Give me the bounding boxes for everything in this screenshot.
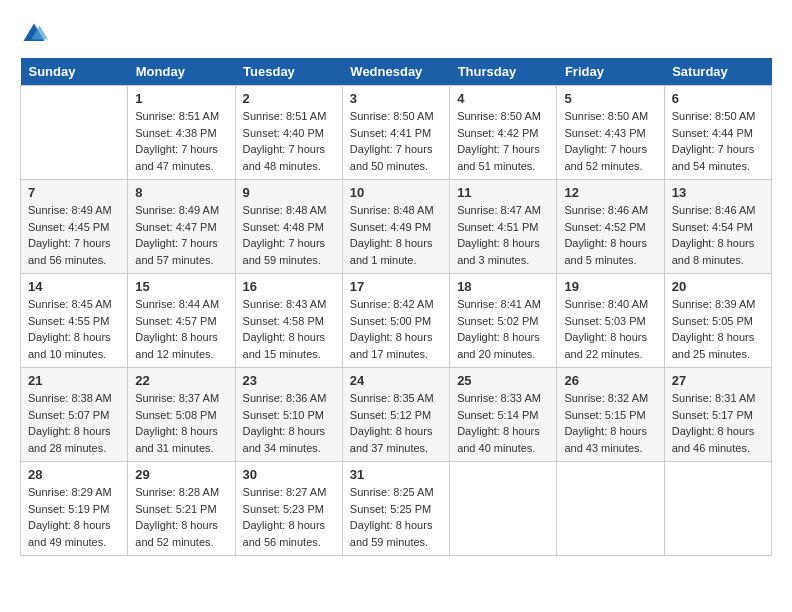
day-info: Sunrise: 8:29 AM Sunset: 5:19 PM Dayligh… — [28, 484, 120, 550]
day-info: Sunrise: 8:27 AM Sunset: 5:23 PM Dayligh… — [243, 484, 335, 550]
daylight-text: Daylight: 8 hours and 22 minutes. — [564, 329, 656, 362]
daylight-text: Daylight: 7 hours and 57 minutes. — [135, 235, 227, 268]
sunset-text: Sunset: 5:05 PM — [672, 313, 764, 330]
sunset-text: Sunset: 4:42 PM — [457, 125, 549, 142]
sunrise-text: Sunrise: 8:51 AM — [135, 108, 227, 125]
day-info: Sunrise: 8:43 AM Sunset: 4:58 PM Dayligh… — [243, 296, 335, 362]
day-number: 4 — [457, 91, 549, 106]
day-info: Sunrise: 8:49 AM Sunset: 4:47 PM Dayligh… — [135, 202, 227, 268]
daylight-text: Daylight: 8 hours and 31 minutes. — [135, 423, 227, 456]
day-cell: 19 Sunrise: 8:40 AM Sunset: 5:03 PM Dayl… — [557, 274, 664, 368]
day-info: Sunrise: 8:46 AM Sunset: 4:54 PM Dayligh… — [672, 202, 764, 268]
logo-icon — [20, 20, 48, 48]
daylight-text: Daylight: 8 hours and 20 minutes. — [457, 329, 549, 362]
day-cell: 23 Sunrise: 8:36 AM Sunset: 5:10 PM Dayl… — [235, 368, 342, 462]
page-header — [20, 20, 772, 48]
logo — [20, 20, 50, 48]
sunset-text: Sunset: 4:47 PM — [135, 219, 227, 236]
day-info: Sunrise: 8:42 AM Sunset: 5:00 PM Dayligh… — [350, 296, 442, 362]
day-number: 15 — [135, 279, 227, 294]
daylight-text: Daylight: 8 hours and 28 minutes. — [28, 423, 120, 456]
col-header-wednesday: Wednesday — [342, 58, 449, 86]
daylight-text: Daylight: 8 hours and 10 minutes. — [28, 329, 120, 362]
sunset-text: Sunset: 5:15 PM — [564, 407, 656, 424]
week-row-5: 28 Sunrise: 8:29 AM Sunset: 5:19 PM Dayl… — [21, 462, 772, 556]
day-cell: 24 Sunrise: 8:35 AM Sunset: 5:12 PM Dayl… — [342, 368, 449, 462]
day-info: Sunrise: 8:40 AM Sunset: 5:03 PM Dayligh… — [564, 296, 656, 362]
sunset-text: Sunset: 5:19 PM — [28, 501, 120, 518]
daylight-text: Daylight: 7 hours and 52 minutes. — [564, 141, 656, 174]
sunset-text: Sunset: 4:44 PM — [672, 125, 764, 142]
sunrise-text: Sunrise: 8:50 AM — [564, 108, 656, 125]
week-row-2: 7 Sunrise: 8:49 AM Sunset: 4:45 PM Dayli… — [21, 180, 772, 274]
sunrise-text: Sunrise: 8:37 AM — [135, 390, 227, 407]
day-number: 9 — [243, 185, 335, 200]
sunset-text: Sunset: 4:41 PM — [350, 125, 442, 142]
daylight-text: Daylight: 8 hours and 15 minutes. — [243, 329, 335, 362]
day-info: Sunrise: 8:46 AM Sunset: 4:52 PM Dayligh… — [564, 202, 656, 268]
day-info: Sunrise: 8:50 AM Sunset: 4:44 PM Dayligh… — [672, 108, 764, 174]
week-row-3: 14 Sunrise: 8:45 AM Sunset: 4:55 PM Dayl… — [21, 274, 772, 368]
day-cell: 15 Sunrise: 8:44 AM Sunset: 4:57 PM Dayl… — [128, 274, 235, 368]
day-number: 30 — [243, 467, 335, 482]
daylight-text: Daylight: 8 hours and 3 minutes. — [457, 235, 549, 268]
daylight-text: Daylight: 7 hours and 48 minutes. — [243, 141, 335, 174]
sunset-text: Sunset: 5:21 PM — [135, 501, 227, 518]
day-cell: 17 Sunrise: 8:42 AM Sunset: 5:00 PM Dayl… — [342, 274, 449, 368]
sunrise-text: Sunrise: 8:49 AM — [135, 202, 227, 219]
daylight-text: Daylight: 7 hours and 56 minutes. — [28, 235, 120, 268]
day-cell: 2 Sunrise: 8:51 AM Sunset: 4:40 PM Dayli… — [235, 86, 342, 180]
sunrise-text: Sunrise: 8:44 AM — [135, 296, 227, 313]
day-number: 3 — [350, 91, 442, 106]
daylight-text: Daylight: 7 hours and 54 minutes. — [672, 141, 764, 174]
sunrise-text: Sunrise: 8:42 AM — [350, 296, 442, 313]
sunrise-text: Sunrise: 8:28 AM — [135, 484, 227, 501]
sunrise-text: Sunrise: 8:48 AM — [350, 202, 442, 219]
sunrise-text: Sunrise: 8:33 AM — [457, 390, 549, 407]
day-cell: 31 Sunrise: 8:25 AM Sunset: 5:25 PM Dayl… — [342, 462, 449, 556]
day-cell: 18 Sunrise: 8:41 AM Sunset: 5:02 PM Dayl… — [450, 274, 557, 368]
day-cell — [664, 462, 771, 556]
day-number: 2 — [243, 91, 335, 106]
sunset-text: Sunset: 5:03 PM — [564, 313, 656, 330]
day-number: 31 — [350, 467, 442, 482]
day-number: 20 — [672, 279, 764, 294]
sunset-text: Sunset: 4:58 PM — [243, 313, 335, 330]
day-cell: 7 Sunrise: 8:49 AM Sunset: 4:45 PM Dayli… — [21, 180, 128, 274]
day-info: Sunrise: 8:36 AM Sunset: 5:10 PM Dayligh… — [243, 390, 335, 456]
day-number: 12 — [564, 185, 656, 200]
day-number: 23 — [243, 373, 335, 388]
day-cell: 28 Sunrise: 8:29 AM Sunset: 5:19 PM Dayl… — [21, 462, 128, 556]
day-info: Sunrise: 8:39 AM Sunset: 5:05 PM Dayligh… — [672, 296, 764, 362]
daylight-text: Daylight: 8 hours and 40 minutes. — [457, 423, 549, 456]
day-info: Sunrise: 8:38 AM Sunset: 5:07 PM Dayligh… — [28, 390, 120, 456]
day-cell: 9 Sunrise: 8:48 AM Sunset: 4:48 PM Dayli… — [235, 180, 342, 274]
day-number: 18 — [457, 279, 549, 294]
day-cell: 12 Sunrise: 8:46 AM Sunset: 4:52 PM Dayl… — [557, 180, 664, 274]
day-cell: 22 Sunrise: 8:37 AM Sunset: 5:08 PM Dayl… — [128, 368, 235, 462]
day-number: 25 — [457, 373, 549, 388]
sunset-text: Sunset: 4:54 PM — [672, 219, 764, 236]
day-info: Sunrise: 8:41 AM Sunset: 5:02 PM Dayligh… — [457, 296, 549, 362]
sunrise-text: Sunrise: 8:50 AM — [350, 108, 442, 125]
day-cell: 10 Sunrise: 8:48 AM Sunset: 4:49 PM Dayl… — [342, 180, 449, 274]
sunrise-text: Sunrise: 8:46 AM — [564, 202, 656, 219]
day-cell: 26 Sunrise: 8:32 AM Sunset: 5:15 PM Dayl… — [557, 368, 664, 462]
day-cell: 30 Sunrise: 8:27 AM Sunset: 5:23 PM Dayl… — [235, 462, 342, 556]
day-number: 26 — [564, 373, 656, 388]
sunset-text: Sunset: 4:51 PM — [457, 219, 549, 236]
sunrise-text: Sunrise: 8:47 AM — [457, 202, 549, 219]
sunrise-text: Sunrise: 8:50 AM — [672, 108, 764, 125]
sunrise-text: Sunrise: 8:51 AM — [243, 108, 335, 125]
day-cell: 3 Sunrise: 8:50 AM Sunset: 4:41 PM Dayli… — [342, 86, 449, 180]
day-cell: 5 Sunrise: 8:50 AM Sunset: 4:43 PM Dayli… — [557, 86, 664, 180]
sunset-text: Sunset: 4:48 PM — [243, 219, 335, 236]
day-cell — [21, 86, 128, 180]
daylight-text: Daylight: 7 hours and 51 minutes. — [457, 141, 549, 174]
day-info: Sunrise: 8:51 AM Sunset: 4:40 PM Dayligh… — [243, 108, 335, 174]
day-info: Sunrise: 8:35 AM Sunset: 5:12 PM Dayligh… — [350, 390, 442, 456]
sunrise-text: Sunrise: 8:45 AM — [28, 296, 120, 313]
daylight-text: Daylight: 8 hours and 17 minutes. — [350, 329, 442, 362]
daylight-text: Daylight: 8 hours and 34 minutes. — [243, 423, 335, 456]
sunset-text: Sunset: 5:23 PM — [243, 501, 335, 518]
